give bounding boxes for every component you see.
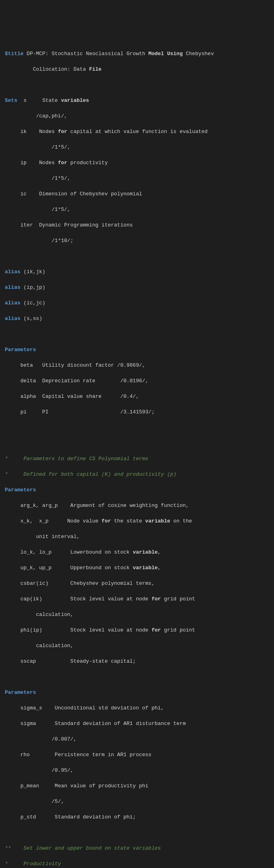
line-23: * Parameters to define CS Polynomial ter… (5, 455, 269, 463)
line-12: /1*10/; (5, 237, 269, 245)
line-35: calculation, (5, 642, 269, 650)
line-36: sscap Steady-state capital; (5, 657, 269, 665)
line-15: alias (ic,jc) (5, 299, 269, 307)
line-3: Sets s State variables (5, 97, 269, 105)
line-2: Collocation: Data File (5, 66, 269, 73)
line-31: csbar(ic) Chebyshev polynomial terms, (5, 580, 269, 588)
line-37: Parameters (5, 689, 269, 697)
line-13: alias (ik,jk) (5, 268, 269, 276)
line-39: sigma Standard deviation of AR1 disturba… (5, 720, 269, 728)
line-1: $title DP-MCP: Stochastic Neoclassical G… (5, 50, 269, 58)
line-17: Parameters (5, 346, 269, 354)
line-9: ic Dimension of Chebyshev polynomial (5, 190, 269, 198)
line-6: /1*5/, (5, 143, 269, 151)
line-34: phi(ip) Stock level value at node for gr… (5, 626, 269, 634)
line-blank-2 (5, 252, 269, 260)
line-8: /1*5/, (5, 175, 269, 183)
line-25: Parameters (5, 486, 269, 494)
line-41: rho Persistence term in AR1 process (5, 751, 269, 759)
line-20: alpha Capital value share /0.4/, (5, 393, 269, 401)
line-46: ** Set lower and upper bound on state va… (5, 844, 269, 852)
line-43: p_mean Mean value of productivity phi (5, 782, 269, 790)
line-19: delta Depreciation rate /0.0196/, (5, 377, 269, 385)
line-21: pi PI /3.141593/; (5, 408, 269, 416)
line-18: beta Utility discount factor /0.9869/, (5, 362, 269, 369)
line-10: /1*5/, (5, 206, 269, 214)
line-47: * Productivity (5, 860, 269, 868)
line-4: /cap,phi/, (5, 112, 269, 120)
line-42: /0.95/, (5, 767, 269, 775)
line-38: sigma_s Unconditional std deviation of p… (5, 704, 269, 712)
line-blank-4 (5, 424, 269, 432)
line-5: ik Nodes for capital at which value func… (5, 128, 269, 136)
line-11: iter Dynamic Programming iterations (5, 221, 269, 229)
line-blank-6 (5, 829, 269, 837)
line-blank-1 (5, 81, 269, 89)
line-27: x_k, x_p Node value for the state variab… (5, 517, 269, 525)
line-45: p_std Standard deviation of phi; (5, 813, 269, 821)
line-7: ip Nodes for productivity (5, 159, 269, 167)
line-44: /5/, (5, 798, 269, 806)
line-29: lo_k, lo_p Lowerbound on stock variable, (5, 548, 269, 556)
line-28: unit interval, (5, 533, 269, 541)
code-editor: $title DP-MCP: Stochastic Neoclassical G… (5, 34, 269, 868)
line-blank-3 (5, 330, 269, 338)
line-33: calculation, (5, 611, 269, 619)
line-30: up_k, up_p Upperbound on stock variable, (5, 564, 269, 572)
line-26: arg_k, arg_p Argument of cosine weightin… (5, 502, 269, 510)
line-22 (5, 439, 269, 447)
line-40: /0.007/, (5, 735, 269, 743)
line-24: * Defined for both capital (K) and produ… (5, 471, 269, 479)
line-32: cap(ik) Stock level value at node for gr… (5, 595, 269, 603)
line-16: alias (s,ss) (5, 315, 269, 323)
line-14: alias (ip,jp) (5, 284, 269, 292)
line-blank-5 (5, 673, 269, 681)
